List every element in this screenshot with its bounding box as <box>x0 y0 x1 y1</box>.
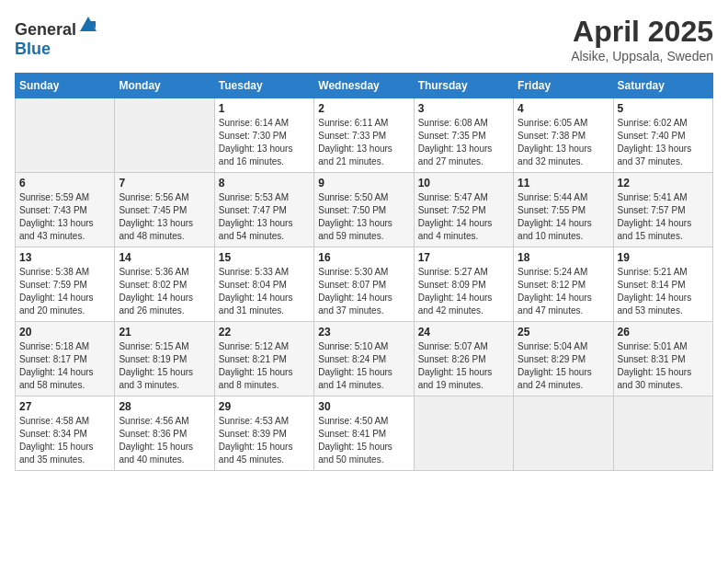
day-number: 12 <box>618 177 709 190</box>
day-number: 22 <box>219 326 310 339</box>
day-info: Sunrise: 5:30 AM Sunset: 8:07 PM Dayligh… <box>318 266 409 317</box>
day-info: Sunrise: 5:59 AM Sunset: 7:43 PM Dayligh… <box>19 191 110 243</box>
day-info: Sunrise: 5:44 AM Sunset: 7:55 PM Dayligh… <box>518 191 609 243</box>
calendar-cell: 30Sunrise: 4:50 AM Sunset: 8:41 PM Dayli… <box>314 396 414 471</box>
day-number: 13 <box>19 251 110 264</box>
day-info: Sunrise: 5:07 AM Sunset: 8:26 PM Dayligh… <box>418 340 509 392</box>
day-info: Sunrise: 4:53 AM Sunset: 8:39 PM Dayligh… <box>219 415 310 466</box>
day-info: Sunrise: 6:14 AM Sunset: 7:30 PM Dayligh… <box>219 117 310 168</box>
calendar-cell: 4Sunrise: 6:05 AM Sunset: 7:38 PM Daylig… <box>514 98 613 173</box>
day-info: Sunrise: 5:50 AM Sunset: 7:50 PM Dayligh… <box>318 191 409 243</box>
calendar-cell <box>115 98 214 173</box>
calendar-cell: 20Sunrise: 5:18 AM Sunset: 8:17 PM Dayli… <box>16 322 115 396</box>
day-info: Sunrise: 5:38 AM Sunset: 7:59 PM Dayligh… <box>19 266 110 317</box>
logo-general: General <box>15 20 76 39</box>
calendar-week-3: 13Sunrise: 5:38 AM Sunset: 7:59 PM Dayli… <box>16 247 713 322</box>
day-number: 29 <box>219 400 310 413</box>
day-info: Sunrise: 5:15 AM Sunset: 8:19 PM Dayligh… <box>119 340 210 392</box>
calendar-cell: 8Sunrise: 5:53 AM Sunset: 7:47 PM Daylig… <box>214 173 313 247</box>
day-info: Sunrise: 5:36 AM Sunset: 8:02 PM Dayligh… <box>119 266 210 317</box>
day-info: Sunrise: 5:01 AM Sunset: 8:31 PM Dayligh… <box>618 340 709 392</box>
day-number: 14 <box>119 251 210 264</box>
day-number: 11 <box>518 177 609 190</box>
calendar-cell: 10Sunrise: 5:47 AM Sunset: 7:52 PM Dayli… <box>414 173 513 247</box>
logo: General Blue <box>15 15 98 59</box>
weekday-header-friday: Friday <box>514 74 613 98</box>
day-number: 17 <box>418 251 509 264</box>
day-info: Sunrise: 5:18 AM Sunset: 8:17 PM Dayligh… <box>19 340 110 392</box>
calendar-cell: 6Sunrise: 5:59 AM Sunset: 7:43 PM Daylig… <box>16 173 115 247</box>
calendar-cell: 19Sunrise: 5:21 AM Sunset: 8:14 PM Dayli… <box>613 247 712 322</box>
calendar-table: SundayMondayTuesdayWednesdayThursdayFrid… <box>15 73 713 471</box>
day-info: Sunrise: 5:27 AM Sunset: 8:09 PM Dayligh… <box>418 266 509 317</box>
day-info: Sunrise: 5:04 AM Sunset: 8:29 PM Dayligh… <box>518 340 609 392</box>
calendar-cell: 17Sunrise: 5:27 AM Sunset: 8:09 PM Dayli… <box>414 247 513 322</box>
day-info: Sunrise: 5:56 AM Sunset: 7:45 PM Dayligh… <box>119 191 210 243</box>
day-number: 15 <box>219 251 310 264</box>
day-number: 26 <box>618 326 709 339</box>
day-info: Sunrise: 5:53 AM Sunset: 7:47 PM Dayligh… <box>219 191 310 243</box>
day-info: Sunrise: 5:41 AM Sunset: 7:57 PM Dayligh… <box>618 191 709 243</box>
day-number: 19 <box>618 251 709 264</box>
weekday-header-tuesday: Tuesday <box>214 74 313 98</box>
weekday-header-monday: Monday <box>115 74 214 98</box>
weekday-header-row: SundayMondayTuesdayWednesdayThursdayFrid… <box>16 74 713 98</box>
calendar-cell: 27Sunrise: 4:58 AM Sunset: 8:34 PM Dayli… <box>16 396 115 471</box>
calendar-cell: 28Sunrise: 4:56 AM Sunset: 8:36 PM Dayli… <box>115 396 214 471</box>
day-number: 8 <box>219 177 310 190</box>
calendar-cell: 2Sunrise: 6:11 AM Sunset: 7:33 PM Daylig… <box>314 98 414 173</box>
day-number: 16 <box>318 251 409 264</box>
day-info: Sunrise: 6:05 AM Sunset: 7:38 PM Dayligh… <box>518 117 609 168</box>
calendar-cell: 7Sunrise: 5:56 AM Sunset: 7:45 PM Daylig… <box>115 173 214 247</box>
day-info: Sunrise: 5:24 AM Sunset: 8:12 PM Dayligh… <box>518 266 609 317</box>
calendar-cell: 26Sunrise: 5:01 AM Sunset: 8:31 PM Dayli… <box>613 322 712 396</box>
day-number: 18 <box>518 251 609 264</box>
calendar-cell: 5Sunrise: 6:02 AM Sunset: 7:40 PM Daylig… <box>613 98 712 173</box>
day-number: 10 <box>418 177 509 190</box>
day-number: 9 <box>318 177 409 190</box>
day-number: 5 <box>618 102 709 115</box>
day-number: 1 <box>219 102 310 115</box>
calendar-cell: 3Sunrise: 6:08 AM Sunset: 7:35 PM Daylig… <box>414 98 513 173</box>
day-number: 6 <box>19 177 110 190</box>
calendar-cell: 18Sunrise: 5:24 AM Sunset: 8:12 PM Dayli… <box>514 247 613 322</box>
day-number: 27 <box>19 400 110 413</box>
calendar-title: April 2025 <box>571 15 713 49</box>
day-info: Sunrise: 4:50 AM Sunset: 8:41 PM Dayligh… <box>318 415 409 466</box>
day-info: Sunrise: 6:02 AM Sunset: 7:40 PM Dayligh… <box>618 117 709 168</box>
day-info: Sunrise: 5:10 AM Sunset: 8:24 PM Dayligh… <box>318 340 409 392</box>
calendar-cell: 21Sunrise: 5:15 AM Sunset: 8:19 PM Dayli… <box>115 322 214 396</box>
day-number: 24 <box>418 326 509 339</box>
logo-text: General Blue <box>15 15 98 59</box>
day-info: Sunrise: 5:12 AM Sunset: 8:21 PM Dayligh… <box>219 340 310 392</box>
day-number: 23 <box>318 326 409 339</box>
calendar-cell <box>414 396 513 471</box>
calendar-week-2: 6Sunrise: 5:59 AM Sunset: 7:43 PM Daylig… <box>16 173 713 247</box>
weekday-header-saturday: Saturday <box>613 74 712 98</box>
day-number: 28 <box>119 400 210 413</box>
calendar-cell: 16Sunrise: 5:30 AM Sunset: 8:07 PM Dayli… <box>314 247 414 322</box>
calendar-cell: 11Sunrise: 5:44 AM Sunset: 7:55 PM Dayli… <box>514 173 613 247</box>
calendar-cell: 29Sunrise: 4:53 AM Sunset: 8:39 PM Dayli… <box>214 396 313 471</box>
calendar-body: 1Sunrise: 6:14 AM Sunset: 7:30 PM Daylig… <box>16 98 713 471</box>
title-block: April 2025 Alsike, Uppsala, Sweden <box>571 15 713 63</box>
calendar-cell: 15Sunrise: 5:33 AM Sunset: 8:04 PM Dayli… <box>214 247 313 322</box>
day-number: 21 <box>119 326 210 339</box>
calendar-cell <box>514 396 613 471</box>
calendar-cell <box>16 98 115 173</box>
calendar-cell: 14Sunrise: 5:36 AM Sunset: 8:02 PM Dayli… <box>115 247 214 322</box>
calendar-cell: 24Sunrise: 5:07 AM Sunset: 8:26 PM Dayli… <box>414 322 513 396</box>
day-number: 3 <box>418 102 509 115</box>
weekday-header-wednesday: Wednesday <box>314 74 414 98</box>
calendar-cell: 1Sunrise: 6:14 AM Sunset: 7:30 PM Daylig… <box>214 98 313 173</box>
day-number: 4 <box>518 102 609 115</box>
calendar-cell: 23Sunrise: 5:10 AM Sunset: 8:24 PM Dayli… <box>314 322 414 396</box>
day-number: 20 <box>19 326 110 339</box>
day-info: Sunrise: 5:33 AM Sunset: 8:04 PM Dayligh… <box>219 266 310 317</box>
page-header: General Blue April 2025 Alsike, Uppsala,… <box>15 15 713 63</box>
calendar-week-4: 20Sunrise: 5:18 AM Sunset: 8:17 PM Dayli… <box>16 322 713 396</box>
calendar-week-5: 27Sunrise: 4:58 AM Sunset: 8:34 PM Dayli… <box>16 396 713 471</box>
day-number: 25 <box>518 326 609 339</box>
day-info: Sunrise: 4:56 AM Sunset: 8:36 PM Dayligh… <box>119 415 210 466</box>
calendar-cell: 25Sunrise: 5:04 AM Sunset: 8:29 PM Dayli… <box>514 322 613 396</box>
